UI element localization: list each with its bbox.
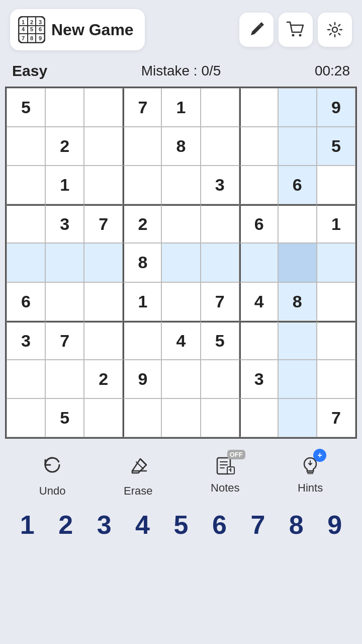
- sudoku-cell[interactable]: [7, 398, 45, 437]
- sudoku-cell[interactable]: 6: [278, 166, 317, 204]
- num-btn-7[interactable]: 7: [242, 510, 274, 540]
- sudoku-cell[interactable]: 7: [84, 204, 123, 243]
- sudoku-cell[interactable]: 1: [317, 204, 355, 243]
- undo-button[interactable]: Undo: [39, 454, 66, 498]
- cart-button[interactable]: [279, 13, 313, 47]
- num-btn-5[interactable]: 5: [165, 510, 197, 540]
- sudoku-cell[interactable]: 7: [201, 282, 239, 321]
- undo-icon: [41, 454, 63, 480]
- sudoku-cell[interactable]: 2: [45, 127, 84, 166]
- num-btn-8[interactable]: 8: [280, 510, 312, 540]
- sudoku-cell[interactable]: 2: [84, 360, 123, 398]
- sudoku-cell[interactable]: [239, 243, 278, 282]
- sudoku-cell[interactable]: [45, 282, 84, 321]
- num-btn-3[interactable]: 3: [88, 510, 120, 540]
- sudoku-cell[interactable]: 5: [7, 88, 45, 127]
- sudoku-cell[interactable]: [84, 166, 123, 204]
- sudoku-cell[interactable]: [278, 321, 317, 360]
- sudoku-cell[interactable]: [317, 360, 355, 398]
- sudoku-cell[interactable]: [317, 243, 355, 282]
- sudoku-cell[interactable]: 4: [161, 321, 200, 360]
- sudoku-cell[interactable]: [45, 88, 84, 127]
- sudoku-cell[interactable]: [84, 398, 123, 437]
- erase-button[interactable]: Erase: [124, 454, 152, 498]
- num-btn-9[interactable]: 9: [319, 510, 351, 540]
- new-game-button[interactable]: 1 2 3 4 5 6 7 8 9 New Game: [10, 9, 145, 50]
- num-btn-1[interactable]: 1: [11, 510, 43, 540]
- sudoku-cell[interactable]: [278, 243, 317, 282]
- sudoku-cell[interactable]: 8: [123, 243, 161, 282]
- toolbar: Undo Erase OFF Notes: [0, 439, 362, 503]
- num-btn-2[interactable]: 2: [50, 510, 82, 540]
- sudoku-cell[interactable]: [278, 360, 317, 398]
- sudoku-cell[interactable]: 7: [123, 88, 161, 127]
- sudoku-cell[interactable]: 5: [201, 321, 239, 360]
- num-btn-6[interactable]: 6: [203, 510, 235, 540]
- sudoku-cell[interactable]: [201, 398, 239, 437]
- sudoku-cell[interactable]: 1: [123, 282, 161, 321]
- sudoku-cell[interactable]: 1: [161, 88, 200, 127]
- sudoku-cell[interactable]: 6: [239, 204, 278, 243]
- sudoku-cell[interactable]: 5: [317, 127, 355, 166]
- sudoku-cell[interactable]: [7, 204, 45, 243]
- sudoku-cell[interactable]: 7: [317, 398, 355, 437]
- sudoku-cell[interactable]: 3: [45, 204, 84, 243]
- sudoku-cell[interactable]: [84, 88, 123, 127]
- sudoku-cell[interactable]: [123, 398, 161, 437]
- sudoku-cell[interactable]: [239, 398, 278, 437]
- sudoku-cell[interactable]: [161, 204, 200, 243]
- sudoku-cell[interactable]: [201, 204, 239, 243]
- sudoku-cell[interactable]: [161, 360, 200, 398]
- sudoku-cell[interactable]: [317, 166, 355, 204]
- sudoku-cell[interactable]: [239, 166, 278, 204]
- sudoku-cell[interactable]: [84, 282, 123, 321]
- sudoku-cell[interactable]: [7, 360, 45, 398]
- sudoku-cell[interactable]: [317, 321, 355, 360]
- sudoku-cell[interactable]: [123, 127, 161, 166]
- sudoku-cell[interactable]: [161, 398, 200, 437]
- sudoku-cell[interactable]: [7, 127, 45, 166]
- sudoku-cell[interactable]: [239, 321, 278, 360]
- sudoku-cell[interactable]: [201, 243, 239, 282]
- sudoku-cell[interactable]: [7, 166, 45, 204]
- sudoku-cell[interactable]: 4: [239, 282, 278, 321]
- sudoku-cell[interactable]: 9: [123, 360, 161, 398]
- sudoku-cell[interactable]: [201, 127, 239, 166]
- sudoku-cell[interactable]: 5: [45, 398, 84, 437]
- settings-button[interactable]: [318, 13, 352, 47]
- sudoku-cell[interactable]: [201, 360, 239, 398]
- sudoku-cell[interactable]: 6: [7, 282, 45, 321]
- sudoku-cell[interactable]: 2: [123, 204, 161, 243]
- sudoku-cell[interactable]: 1: [45, 166, 84, 204]
- sudoku-cell[interactable]: 7: [45, 321, 84, 360]
- notes-button[interactable]: OFF Notes: [211, 454, 239, 498]
- paint-brush-button[interactable]: [239, 13, 274, 47]
- hints-button[interactable]: + Hints: [298, 454, 323, 498]
- sudoku-cell[interactable]: [201, 88, 239, 127]
- sudoku-cell[interactable]: [317, 282, 355, 321]
- sudoku-cell[interactable]: [278, 204, 317, 243]
- sudoku-cell[interactable]: [84, 321, 123, 360]
- sudoku-cell[interactable]: [239, 127, 278, 166]
- sudoku-cell[interactable]: 3: [239, 360, 278, 398]
- sudoku-cell[interactable]: 3: [7, 321, 45, 360]
- sudoku-cell[interactable]: [239, 88, 278, 127]
- sudoku-cell[interactable]: [161, 243, 200, 282]
- sudoku-cell[interactable]: [278, 127, 317, 166]
- sudoku-cell[interactable]: 8: [278, 282, 317, 321]
- sudoku-cell[interactable]: [278, 398, 317, 437]
- sudoku-cell[interactable]: 8: [161, 127, 200, 166]
- sudoku-cell[interactable]: [161, 166, 200, 204]
- sudoku-cell[interactable]: 3: [201, 166, 239, 204]
- sudoku-cell[interactable]: [123, 321, 161, 360]
- sudoku-cell[interactable]: [161, 282, 200, 321]
- sudoku-cell[interactable]: [84, 243, 123, 282]
- sudoku-cell[interactable]: [45, 360, 84, 398]
- sudoku-cell[interactable]: 9: [317, 88, 355, 127]
- sudoku-cell[interactable]: [7, 243, 45, 282]
- sudoku-cell[interactable]: [278, 88, 317, 127]
- num-btn-4[interactable]: 4: [127, 510, 159, 540]
- sudoku-cell[interactable]: [45, 243, 84, 282]
- sudoku-cell[interactable]: [84, 127, 123, 166]
- sudoku-cell[interactable]: [123, 166, 161, 204]
